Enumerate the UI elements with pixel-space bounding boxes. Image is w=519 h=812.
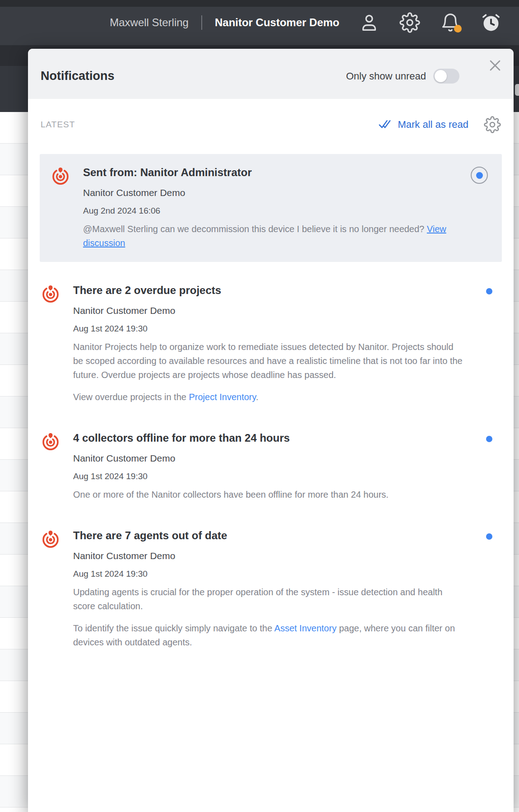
notifications-list: LATEST Mark all as read	[28, 99, 514, 667]
organization-name[interactable]: Nanitor Customer Demo	[215, 16, 339, 29]
notification-footer: To identify the issue quickly simply nav…	[73, 621, 465, 649]
notification-org: Nanitor Customer Demo	[73, 453, 465, 464]
notification-item[interactable]: There are 2 overdue projects Nanitor Cus…	[41, 284, 501, 404]
background-partial-element	[515, 84, 519, 96]
notifications-panel-header: Notifications Only show unread	[28, 49, 514, 99]
notification-item[interactable]: There are 7 agents out of date Nanitor C…	[41, 529, 501, 649]
double-check-icon	[379, 119, 392, 131]
top-bar: Maxwell Sterling Nanitor Customer Demo	[0, 0, 519, 45]
app-screen: Maxwell Sterling Nanitor Customer Demo	[0, 0, 519, 812]
notification-body-text: @Maxwell Sterling can we decommission th…	[83, 224, 427, 234]
only-show-unread-label: Only show unread	[346, 70, 426, 82]
alert-siren-icon	[41, 284, 60, 404]
notification-org: Nanitor Customer Demo	[73, 305, 465, 316]
latest-row: LATEST Mark all as read	[41, 116, 501, 133]
bell-icon[interactable]	[440, 12, 461, 33]
notification-body: Nanitor Projects help to organize work t…	[73, 340, 465, 382]
notifications-panel: Notifications Only show unread LATEST	[28, 49, 514, 812]
current-user-name[interactable]: Maxwell Sterling	[110, 16, 189, 29]
alert-siren-icon	[51, 166, 70, 250]
notification-timestamp: Aug 2nd 2024 16:06	[83, 206, 455, 216]
unread-dot[interactable]	[486, 288, 492, 294]
notification-body: @Maxwell Sterling can we decommission th…	[83, 222, 455, 250]
unread-dot[interactable]	[486, 533, 492, 540]
alert-siren-icon	[41, 529, 60, 649]
footer-text: View overdue projects in the	[73, 392, 189, 402]
notification-item[interactable]: 4 collectors offline for more than 24 ho…	[41, 431, 501, 502]
notification-org: Nanitor Customer Demo	[83, 187, 455, 198]
latest-section-label: LATEST	[41, 120, 75, 130]
gear-icon[interactable]	[399, 12, 421, 33]
unread-dot[interactable]	[486, 436, 492, 442]
panel-title: Notifications	[41, 69, 115, 83]
notification-title: There are 2 overdue projects	[73, 284, 465, 297]
mark-all-as-read-label: Mark all as read	[398, 119, 468, 131]
footer-text: To identify the issue quickly simply nav…	[73, 623, 274, 633]
footer-text: .	[256, 392, 259, 402]
user-icon[interactable]	[358, 12, 380, 33]
notification-title: 4 collectors offline for more than 24 ho…	[73, 431, 465, 445]
notification-body: Updating agents is crucial for the prope…	[73, 585, 465, 613]
notification-footer: View overdue projects in the Project Inv…	[73, 390, 465, 404]
notification-item[interactable]: Sent from: Nanitor Administrator Nanitor…	[40, 154, 502, 262]
notification-timestamp: Aug 1st 2024 19:30	[73, 569, 465, 579]
notification-body: One or more of the Nanitor collectors ha…	[73, 488, 465, 502]
mark-all-as-read-button[interactable]: Mark all as read	[379, 119, 468, 131]
project-inventory-link[interactable]: Project Inventory	[189, 392, 256, 402]
asset-inventory-link[interactable]: Asset Inventory	[274, 623, 337, 633]
unread-badge	[454, 25, 462, 33]
clock-icon[interactable]	[480, 12, 502, 33]
unread-dot	[476, 172, 483, 179]
only-show-unread-toggle[interactable]	[433, 69, 459, 84]
toggle-knob	[435, 70, 447, 82]
mark-read-ring[interactable]	[471, 167, 488, 184]
alert-siren-icon	[41, 431, 60, 502]
notification-settings-gear-icon[interactable]	[484, 116, 501, 133]
notification-org: Nanitor Customer Demo	[73, 551, 465, 561]
notification-timestamp: Aug 1st 2024 19:30	[73, 324, 465, 334]
notification-title: There are 7 agents out of date	[73, 529, 465, 542]
close-icon[interactable]	[488, 59, 502, 72]
notification-title: Sent from: Nanitor Administrator	[83, 166, 455, 179]
notification-timestamp: Aug 1st 2024 19:30	[73, 471, 465, 481]
topbar-divider	[201, 15, 202, 30]
